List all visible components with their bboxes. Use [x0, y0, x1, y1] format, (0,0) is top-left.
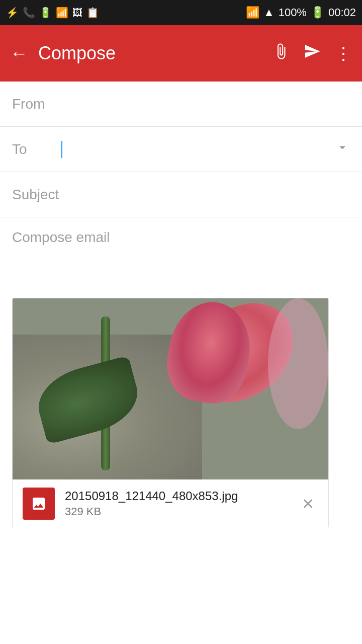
- send-button[interactable]: [304, 43, 321, 64]
- toolbar: ← Compose ⋮: [0, 25, 362, 82]
- image-file-icon: [31, 496, 47, 512]
- subject-field[interactable]: [0, 172, 362, 217]
- wifi-icon: 📶: [246, 6, 259, 19]
- more-options-button[interactable]: ⋮: [335, 43, 352, 63]
- signal-icon: ▲: [263, 6, 275, 19]
- toolbar-actions: ⋮: [273, 43, 352, 64]
- attachment-image-preview: [13, 298, 328, 479]
- from-field: From: [0, 82, 362, 127]
- battery-icon: 🔋: [311, 6, 324, 19]
- attachment-size: 329 KB: [65, 505, 288, 518]
- attachment-details: 20150918_121440_480x853.jpg 329 KB: [65, 489, 288, 518]
- flower-pink-blur: [268, 298, 328, 429]
- to-label: To: [12, 141, 52, 157]
- phone-icon: 📞: [23, 7, 35, 19]
- time-display: 00:02: [328, 6, 356, 19]
- status-right: 📶 ▲ 100% 🔋 00:02: [246, 6, 356, 19]
- status-icons-left: ⚡ 📞 🔋 📶 🖼 📋: [6, 7, 99, 19]
- attachment-thumbnail: [23, 488, 55, 520]
- back-icon: ←: [10, 43, 28, 64]
- flower-background: [13, 298, 328, 479]
- battery-level-icon: 🔋: [39, 7, 52, 19]
- to-cursor: [61, 141, 62, 158]
- back-button[interactable]: ←: [10, 43, 28, 64]
- sim-icon: 📶: [56, 7, 68, 19]
- compose-email-area[interactable]: Compose email: [0, 217, 362, 298]
- remove-attachment-button[interactable]: ✕: [298, 491, 318, 517]
- photo-icon: 🖼: [72, 7, 82, 19]
- attachment-card: 20150918_121440_480x853.jpg 329 KB ✕: [12, 298, 329, 528]
- subject-input[interactable]: [12, 187, 350, 203]
- attach-button[interactable]: [273, 43, 290, 64]
- usb-icon: ⚡: [6, 7, 19, 19]
- from-label: From: [12, 96, 52, 112]
- battery-text: 100%: [279, 6, 307, 19]
- to-field[interactable]: To: [0, 127, 362, 172]
- status-bar: ⚡ 📞 🔋 📶 🖼 📋 📶 ▲ 100% 🔋 00:02: [0, 0, 362, 25]
- clipboard-icon: 📋: [86, 7, 99, 19]
- toolbar-title: Compose: [38, 43, 273, 64]
- compose-placeholder: Compose email: [12, 229, 110, 245]
- attachment-filename: 20150918_121440_480x853.jpg: [65, 489, 288, 503]
- attachment-info-row: 20150918_121440_480x853.jpg 329 KB ✕: [13, 479, 328, 528]
- expand-recipients-button[interactable]: [335, 140, 350, 158]
